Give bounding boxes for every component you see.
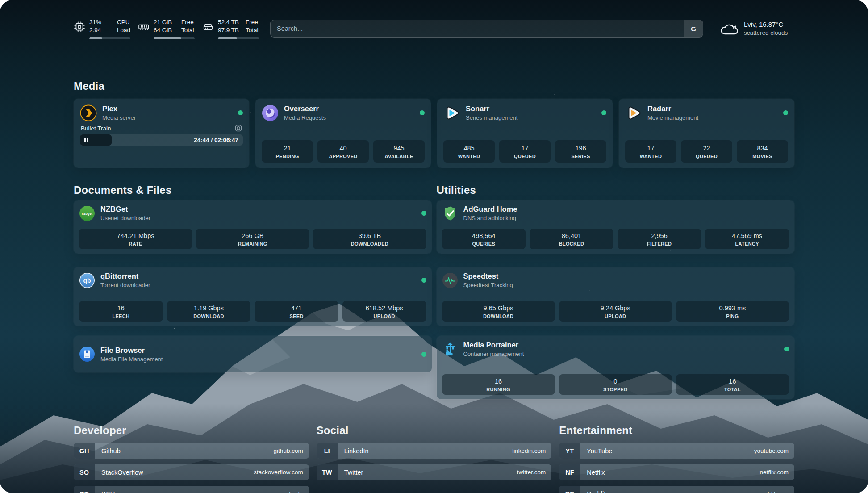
bookmark-abbr: YT [559, 443, 580, 459]
memory-total-label: Total [181, 26, 194, 34]
pause-icon[interactable] [84, 138, 88, 142]
stat-tile: 9.65 GbpsDOWNLOAD [442, 301, 555, 322]
stat-tile: 17WANTED [625, 140, 676, 163]
bookmark-domain: github.com [274, 443, 309, 459]
bookmark-abbr: LI [317, 443, 338, 459]
plex-icon [80, 104, 97, 121]
radarr-icon [625, 104, 642, 121]
status-dot-online [601, 110, 606, 115]
social-bookmarks: LI LinkedIn linkedin.com TW Twitter twit… [317, 443, 552, 480]
service-name: Plex [102, 104, 136, 113]
stat-tile: 22QUEUED [681, 140, 732, 163]
stat-tile: 834MOVIES [737, 140, 788, 163]
playback-progress-bar[interactable]: 24:44 / 02:06:47 [80, 134, 243, 146]
weather-widget: Lviv, 16.87°C scattered clouds [719, 20, 794, 37]
cloud-icon [719, 21, 738, 36]
card-filebrowser[interactable]: File Browser Media File Management [74, 336, 432, 372]
bookmark-domain: youtube.com [754, 443, 794, 459]
stat-tile: 16LEECH [79, 301, 163, 322]
cpu-icon [74, 21, 85, 33]
bookmark-abbr: RE [559, 486, 580, 493]
stat-tile: 471SEED [255, 301, 338, 322]
bookmark-name: Netflix [580, 464, 605, 480]
section-title-entertainment: Entertainment [559, 424, 794, 437]
search-input[interactable] [271, 20, 684, 37]
status-dot-online [421, 278, 426, 283]
search-provider-button[interactable]: G [684, 20, 703, 37]
now-playing-title: Bullet Train [81, 125, 111, 132]
top-bar: 31% 2.94 CPU Load [74, 16, 794, 41]
stat-tile: 0.993 msPING [676, 301, 789, 322]
bookmark-abbr: TW [317, 464, 338, 480]
stat-tile: 9.24 GbpsUPLOAD [559, 301, 672, 322]
bookmark-domain: reddit.com [760, 486, 794, 493]
service-name: Sonarr [466, 104, 517, 113]
card-portainer[interactable]: Media Portainer Container management 16R… [437, 336, 795, 399]
card-radarr[interactable]: Radarr Movie management 17WANTED 22QUEUE… [619, 99, 794, 168]
disk-icon [202, 21, 214, 33]
player-options-icon[interactable] [235, 125, 242, 132]
stat-tile: 744.21 MbpsRATE [79, 229, 192, 249]
service-description: Media server [102, 114, 136, 121]
bookmark-abbr: GH [74, 443, 95, 459]
cpu-load-label: Load [117, 26, 130, 34]
search-bar[interactable]: G [270, 20, 703, 38]
service-description: Movie management [647, 114, 698, 121]
status-dot-online [421, 211, 426, 216]
stat-tile: 2,956FILTERED [618, 229, 701, 249]
media-cards-row: Plex Media server Bullet Train [74, 99, 794, 168]
speedtest-icon [442, 272, 458, 288]
stat-tile: 945AVAILABLE [373, 140, 425, 163]
cpu-progress-bar [89, 37, 130, 39]
disk-total-label: Total [246, 26, 259, 34]
overseerr-icon [262, 104, 279, 121]
card-sonarr[interactable]: Sonarr Series management 485WANTED 17QUE… [437, 99, 613, 168]
section-title-utilities: Utilities [437, 184, 795, 196]
bookmark-abbr: SO [74, 464, 95, 480]
service-name: File Browser [100, 346, 163, 355]
card-overseerr[interactable]: Overseerr Media Requests 21PENDING 40APP… [255, 99, 431, 168]
bookmark-linkedin[interactable]: LI LinkedIn linkedin.com [317, 443, 552, 459]
section-title-media: Media [74, 80, 794, 92]
status-dot-online [238, 110, 243, 115]
bookmark-name: Reddit [580, 486, 605, 493]
bookmark-dev[interactable]: DT DEV dev.to [74, 486, 309, 493]
card-speedtest[interactable]: Speedtest Speedtest Tracking 9.65 GbpsDO… [437, 267, 795, 326]
bookmark-youtube[interactable]: YT YouTube youtube.com [559, 443, 794, 459]
section-title-documents: Documents & Files [74, 184, 432, 196]
qbittorrent-icon: qb [79, 272, 95, 288]
service-description: Container management [463, 350, 524, 358]
bookmark-twitter[interactable]: TW Twitter twitter.com [317, 464, 552, 480]
card-adguard[interactable]: AdGuard Home DNS and adblocking 498,564Q… [437, 200, 795, 254]
service-description: Torrent downloader [100, 281, 150, 289]
ram-icon [138, 21, 150, 33]
stat-tile: 0STOPPED [559, 374, 672, 395]
bookmark-netflix[interactable]: NF Netflix netflix.com [559, 464, 794, 480]
stat-tile: 16TOTAL [676, 374, 789, 395]
bookmark-stackoverflow[interactable]: SO StackOverflow stackoverflow.com [74, 464, 309, 480]
card-nzbget[interactable]: nzbget NZBGet Usenet downloader 744.21 M… [74, 200, 432, 254]
memory-progress-bar [154, 37, 195, 39]
stat-tile: 266 GBREMAINING [196, 229, 309, 249]
card-qbittorrent[interactable]: qb qBittorrent Torrent downloader 16LEEC… [74, 267, 432, 326]
stat-tile: 196SERIES [555, 140, 606, 163]
bookmark-domain: dev.to [287, 486, 309, 493]
memory-free-label: Free [181, 18, 194, 26]
bookmark-reddit[interactable]: RE Reddit reddit.com [559, 486, 794, 493]
documents-column: nzbget NZBGet Usenet downloader 744.21 M… [74, 200, 432, 372]
service-name: Media Portainer [463, 340, 524, 349]
section-title-developer: Developer [74, 424, 309, 437]
bookmark-github[interactable]: GH Github github.com [74, 443, 309, 459]
service-name: Overseerr [284, 104, 326, 113]
utilities-column: AdGuard Home DNS and adblocking 498,564Q… [437, 200, 795, 399]
disk-total-value: 97.9 TB [218, 26, 240, 34]
cpu-widget: 31% 2.94 CPU Load [74, 18, 132, 39]
adguard-icon [442, 205, 458, 221]
card-plex[interactable]: Plex Media server Bullet Train [74, 99, 249, 168]
service-name: Speedtest [463, 272, 513, 280]
service-description: Media File Management [100, 355, 163, 363]
bookmark-abbr: DT [74, 486, 95, 493]
stat-tile: 17QUEUED [499, 140, 551, 163]
plex-now-playing: Bullet Train 24:44 / 02:06:47 [80, 125, 243, 146]
bookmark-domain: netflix.com [760, 464, 794, 480]
